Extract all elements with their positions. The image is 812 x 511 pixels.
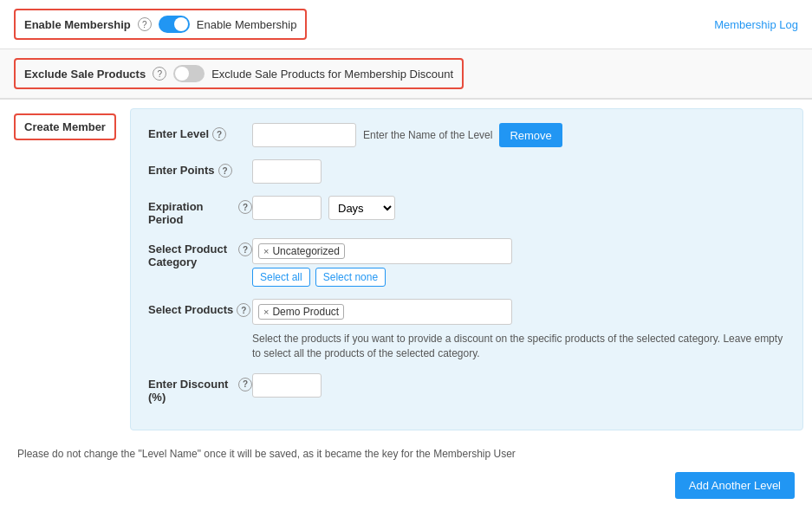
select-products-label: Select Products [148,303,233,316]
category-tag-box[interactable]: × Uncategorized [252,238,512,264]
enable-membership-toggle-label: Enable Membership [197,18,297,31]
toggle-slider-off [173,65,205,82]
select-products-row: Select Products ? × Demo Product Select … [148,299,785,361]
add-another-level-button[interactable]: Add Another Level [675,472,795,499]
create-member-content: Enter Level ? Silver Enter the Name of t… [130,108,803,430]
expiration-period-help-icon[interactable]: ? [238,200,252,214]
enable-membership-box: Enable Membership ? Enable Membership [14,9,307,40]
enter-points-row: Enter Points ? 25 [148,159,785,184]
enter-points-input[interactable]: 25 [252,159,322,184]
category-select-buttons: Select all Select none [252,268,785,287]
category-tag-label: Uncategorized [272,245,339,257]
enter-discount-help-icon[interactable]: ? [238,378,252,391]
select-category-help-icon[interactable]: ? [238,243,252,256]
expiration-period-row: Expiration Period ? 7 Days Weeks Months … [148,196,785,226]
expiration-period-label: Expiration Period [148,200,235,226]
enable-membership-help-icon[interactable]: ? [138,17,152,31]
select-all-button[interactable]: Select all [252,268,310,287]
enter-discount-label: Enter Discount (%) [148,378,235,404]
enter-level-label: Enter Level [148,127,209,140]
enable-membership-toggle[interactable] [159,16,190,33]
create-member-section: Create Member Enter Level ? Silver Enter… [0,100,812,439]
exclude-sale-label: Exclude Sale Products [24,68,146,81]
select-product-category-row: Select Product Category ? × Uncategorize… [148,238,785,287]
exclude-sale-toggle[interactable] [173,65,205,82]
select-category-label: Select Product Category [148,243,235,268]
exclude-sale-help-icon[interactable]: ? [153,67,166,81]
expiration-period-input[interactable]: 7 [252,196,322,220]
enter-discount-input[interactable]: 20 [252,373,322,398]
create-member-box: Create Member [14,113,116,140]
exclude-sale-toggle-label: Exclude Sale Products for Membership Dis… [211,68,453,81]
product-tag-label: Demo Product [272,306,339,318]
category-tag-close-icon[interactable]: × [263,246,269,256]
products-tag-box[interactable]: × Demo Product [252,299,512,325]
enter-points-help-icon[interactable]: ? [218,164,232,178]
expiration-unit-select[interactable]: Days Weeks Months Years [328,196,395,220]
toggle-slider-on [159,16,190,33]
enter-points-label: Enter Points [148,164,215,177]
exclude-sale-products-row: Exclude Sale Products ? Exclude Sale Pro… [0,49,812,99]
notice-text: Please do not change the "Level Name" on… [0,439,812,465]
enter-discount-row: Enter Discount (%) ? 20 [148,373,785,404]
select-none-button[interactable]: Select none [315,268,386,287]
enter-level-input[interactable]: Silver [252,123,356,147]
membership-log-link[interactable]: Membership Log [714,18,798,31]
select-products-hint: Select the products if you want to provi… [252,332,785,361]
enable-membership-label: Enable Membership [24,18,131,31]
remove-level-button[interactable]: Remove [499,123,562,147]
category-tag-uncategorized: × Uncategorized [258,243,345,259]
exclude-sale-products-box: Exclude Sale Products ? Exclude Sale Pro… [14,58,464,89]
add-level-row: Add Another Level [0,465,812,511]
enter-level-help-icon[interactable]: ? [212,127,226,141]
product-tag-demo: × Demo Product [258,304,344,320]
enter-level-hint: Enter the Name of the Level [363,129,492,141]
create-member-label: Create Member [24,120,106,133]
enable-membership-row: Enable Membership ? Enable Membership Me… [0,0,812,49]
create-member-sidebar: Create Member [0,100,130,154]
product-tag-close-icon[interactable]: × [263,307,269,317]
select-products-help-icon[interactable]: ? [237,303,250,317]
enter-level-row: Enter Level ? Silver Enter the Name of t… [148,123,785,147]
